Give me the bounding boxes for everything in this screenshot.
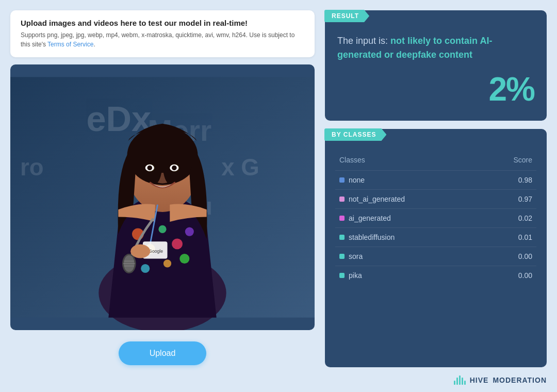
class-score: 0.00	[482, 266, 536, 285]
svg-point-12	[185, 227, 194, 236]
classes-col-header: Classes	[335, 153, 482, 171]
svg-point-10	[158, 225, 166, 233]
class-name: not_ai_generated	[349, 195, 405, 203]
left-panel: Upload images and videos here to test ou…	[10, 10, 315, 367]
class-label: not_ai_generated	[339, 195, 478, 203]
classes-card: BY CLASSES Classes Score none	[325, 129, 547, 367]
class-name: ai_generated	[349, 214, 391, 222]
preview-image: eDx Merr ro x G ulu	[10, 64, 315, 330]
class-color-dot	[339, 235, 345, 240]
svg-point-11	[172, 238, 183, 249]
hive-bar-3	[459, 375, 461, 385]
image-preview-container: eDx Merr ro x G ulu	[10, 64, 315, 330]
svg-text:x G: x G	[221, 154, 259, 181]
class-label-cell: pika	[335, 266, 482, 285]
hive-sub: MODERATION	[493, 376, 547, 384]
hive-bar-5	[464, 381, 466, 385]
hive-bar-2	[456, 378, 458, 385]
table-row: stablediffusion 0.01	[335, 228, 536, 247]
table-row: pika 0.00	[335, 266, 536, 285]
svg-point-13	[141, 264, 150, 273]
class-name: pika	[349, 271, 362, 280]
hive-bar-1	[454, 381, 455, 385]
bottom-bar: HIVE MODERATION	[0, 372, 557, 392]
result-percentage: 2%	[337, 70, 534, 108]
upload-button[interactable]: Upload	[119, 341, 207, 365]
class-label-cell: sora	[335, 247, 482, 266]
hive-bar-4	[462, 378, 463, 385]
class-score: 0.97	[482, 190, 536, 209]
svg-point-14	[163, 259, 171, 267]
classes-badge: BY CLASSES	[324, 128, 386, 141]
table-row: sora 0.00	[335, 247, 536, 266]
hive-brand: HIVE	[470, 376, 489, 384]
svg-point-32	[130, 244, 150, 258]
class-label: sora	[339, 252, 478, 260]
class-name: stablediffusion	[349, 233, 395, 241]
svg-point-24	[172, 166, 177, 171]
classes-card-body: Classes Score none 0.98 not_ai_generate	[325, 129, 547, 293]
result-badge: RESULT	[324, 10, 369, 22]
table-row: ai_generated 0.02	[335, 209, 536, 228]
class-label: none	[339, 176, 478, 184]
class-label: pika	[339, 271, 478, 280]
class-color-dot	[339, 177, 345, 183]
class-label: stablediffusion	[339, 233, 478, 241]
class-label-cell: ai_generated	[335, 209, 482, 228]
main-layout: Upload images and videos here to test ou…	[0, 0, 557, 372]
class-label: ai_generated	[339, 214, 478, 222]
class-label-cell: not_ai_generated	[335, 190, 482, 209]
class-label-cell: stablediffusion	[335, 228, 482, 247]
svg-text:Google: Google	[149, 249, 163, 254]
score-col-header: Score	[482, 153, 536, 171]
upload-info-title: Upload images and videos here to test ou…	[21, 19, 304, 27]
table-row: none 0.98	[335, 171, 536, 190]
upload-info-desc: Supports png, jpeg, jpg, webp, mp4, webm…	[21, 30, 304, 49]
class-score: 0.01	[482, 228, 536, 247]
svg-point-23	[148, 166, 153, 171]
result-card-body: The input is: not likely to contain AI-g…	[325, 10, 547, 121]
svg-text:ro: ro	[20, 154, 44, 181]
right-panel: RESULT The input is: not likely to conta…	[325, 10, 547, 367]
terms-of-service-link[interactable]: Terms of Service	[47, 41, 93, 48]
class-color-dot	[339, 197, 345, 202]
class-color-dot	[339, 216, 345, 221]
svg-point-15	[179, 254, 189, 264]
table-row: not_ai_generated 0.97	[335, 190, 536, 209]
class-score: 0.02	[482, 209, 536, 228]
hive-logo: HIVE MODERATION	[454, 375, 547, 385]
result-text: The input is: not likely to contain AI-g…	[337, 34, 534, 62]
upload-info-desc-suffix: .	[93, 41, 95, 48]
upload-button-row: Upload	[10, 337, 315, 367]
classes-table-header: Classes Score	[335, 153, 536, 171]
classes-table: Classes Score none 0.98 not_ai_generate	[335, 153, 536, 285]
class-name: none	[349, 176, 365, 184]
class-label-cell: none	[335, 171, 482, 190]
result-card: RESULT The input is: not likely to conta…	[325, 10, 547, 121]
class-color-dot	[339, 254, 345, 259]
class-score: 0.00	[482, 247, 536, 266]
class-score: 0.98	[482, 171, 536, 190]
class-name: sora	[349, 252, 363, 260]
result-text-prefix: The input is:	[337, 36, 390, 46]
upload-info-box: Upload images and videos here to test ou…	[10, 10, 315, 57]
class-color-dot	[339, 273, 345, 278]
hive-bars-icon	[454, 375, 466, 385]
